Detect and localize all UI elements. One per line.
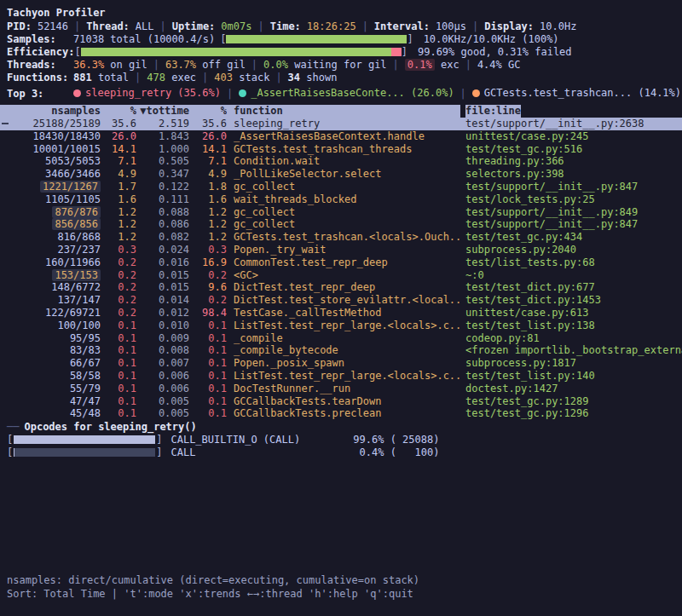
table-row[interactable]: 58/580.10.0060.1ListTest.test_repr_large…: [0, 370, 682, 383]
separator: |: [227, 88, 233, 100]
tottime-cell: 1.000: [136, 143, 189, 156]
table-row[interactable]: 122/697210.20.01298.4TestCase._callTestM…: [0, 307, 682, 320]
cumulative-pct-cell: 0.2: [189, 269, 227, 282]
tottime-cell: 0.111: [136, 193, 189, 206]
nsamples-cell: 66/67: [0, 357, 101, 370]
table-row[interactable]: 1105/11051.60.1111.6wait_threads_blocked…: [0, 193, 682, 206]
functions-stats: 881 total|478 exec|403 stack|34 shown: [73, 72, 337, 83]
file-line-cell: test/test_gc.py:1296: [460, 407, 682, 420]
table-row[interactable]: 237/2370.30.0240.3Popen._try_waitsubproc…: [0, 244, 682, 256]
opcodes-list: []CALL_BUILTIN_O (CALL)99.6% ( 25088)[]C…: [0, 433, 682, 458]
table-row[interactable]: 83/830.10.0080.1_compile_bytecode<frozen…: [0, 344, 682, 357]
function-cell: sleeping_retry: [227, 118, 460, 130]
medal-1-icon: [73, 89, 81, 97]
top3-entry: _AssertRaisesBaseConte... (26.0%): [239, 87, 454, 99]
nsamples-cell: 25188/25189: [0, 118, 101, 130]
table-row[interactable]: 45/480.10.0050.1GCCallbackTests.preclean…: [0, 407, 682, 420]
nsamples-value: 816/868: [57, 231, 101, 243]
header-function[interactable]: function: [227, 105, 460, 118]
opcode-bar-fill: [14, 435, 154, 444]
cumulative-pct-cell: 0.3: [189, 244, 227, 256]
top3-function-name: _AssertRaisesBaseConte... (26.0%): [251, 87, 454, 99]
table-row[interactable]: 816/8681.20.0821.2GCTests.test_trashcan.…: [0, 231, 682, 244]
nsamples-cell: 237/237: [0, 244, 101, 256]
direct-pct-cell: 0.1: [101, 332, 136, 345]
table-row[interactable]: 10001/1001514.11.00014.1GCTests.test_tra…: [0, 143, 682, 156]
opcode-stats: 99.6% ( 25088): [350, 434, 439, 446]
table-row[interactable]: 47/470.10.0050.1GCCallbackTests.tearDown…: [0, 395, 682, 408]
file-line-cell: test/test_list.py:138: [460, 320, 682, 332]
cumulative-pct-cell: 0.1: [189, 407, 227, 420]
table-row[interactable]: 95/950.10.0090.1_compilecodeop.py:81: [0, 332, 682, 345]
medal-3-icon: [472, 89, 480, 97]
nsamples-value: 83/83: [70, 344, 101, 356]
bracket-close: ]: [402, 46, 407, 58]
footer-legend: nsamples: direct/cumulative (direct=exec…: [7, 573, 419, 587]
bracket-close: ]: [156, 434, 162, 446]
samples-bar-fill: [226, 35, 407, 43]
table-row[interactable]: 5053/50537.10.5057.1Condition.waitthread…: [0, 155, 682, 168]
threads-line: Threads:36.3% on gil|63.7% off gil|0.0% …: [0, 58, 682, 71]
header-file-line[interactable]: file:line: [460, 105, 682, 118]
direct-pct-cell: 0.1: [101, 407, 136, 420]
bracket-open: [: [74, 46, 80, 58]
table-row[interactable]: 137/1470.20.0140.2DictTest.test_store_ev…: [0, 294, 682, 307]
separator: |: [472, 20, 478, 32]
bracket-open: [: [7, 434, 13, 446]
table-row[interactable]: 856/8561.20.0861.2gc_collecttest/support…: [0, 218, 682, 231]
tottime-cell: 0.015: [136, 269, 189, 282]
direct-pct-cell: 0.1: [101, 383, 136, 395]
table-row[interactable]: 18430/1843026.01.84326.0_AssertRaisesBas…: [0, 130, 682, 143]
stat-item: 63.7% off gil: [165, 59, 246, 71]
stat-value: 0.0%: [263, 59, 288, 71]
cumulative-pct-cell: 1.8: [189, 181, 227, 193]
nsamples-value: 47/47: [70, 395, 101, 407]
stat-value: 881: [73, 72, 92, 83]
header-tottime-sort[interactable]: ▼tottime: [136, 105, 189, 118]
top3-label: Top 3:: [7, 88, 73, 100]
function-cell: Condition.wait: [227, 155, 460, 168]
stat-item: 34 shown: [288, 72, 338, 83]
function-cell: Popen._posix_spawn: [227, 357, 460, 370]
tachyon-profiler: Tachyon Profiler PID:52146 | Thread:ALL …: [0, 0, 682, 616]
table-row[interactable]: 55/790.10.0060.1DocTestRunner.__rundocte…: [0, 383, 682, 395]
functions-label: Functions:: [7, 72, 73, 83]
function-cell: DictTest.test_store_evilattr.<local...: [227, 294, 460, 307]
file-line-cell: test/test_list.py:140: [460, 370, 682, 383]
thread-value[interactable]: ALL: [136, 20, 154, 32]
cumulative-pct-cell: 35.6: [189, 118, 227, 130]
tottime-cell: 0.005: [136, 407, 189, 420]
footer-keybindings: Sort: Total Time | 't':mode 'x':trends ←…: [7, 587, 419, 601]
header-nsamples[interactable]: nsamples: [0, 105, 101, 118]
direct-pct-cell: 14.1: [101, 143, 136, 156]
samples-line: Samples:71038 total (10000.4/s)[]10.0KHz…: [0, 32, 682, 45]
tottime-cell: 2.519: [136, 118, 189, 130]
function-cell: DocTestRunner.__run: [227, 383, 460, 395]
separator: |: [160, 20, 166, 32]
nsamples-cell: 816/868: [0, 231, 101, 244]
table-row[interactable]: 100/1000.10.0100.1ListTest.test_repr_lar…: [0, 320, 682, 332]
opcodes-rule: ──: [7, 421, 19, 433]
nsamples-value: 66/67: [70, 357, 101, 369]
separator: |: [257, 20, 263, 32]
table-row[interactable]: 153/1530.20.0150.2<GC>~:0: [0, 269, 682, 282]
table-row[interactable]: 148/67720.20.0159.6DictTest.test_repr_de…: [0, 281, 682, 294]
table-row[interactable]: 1221/12671.70.1221.8gc_collecttest/suppo…: [0, 181, 682, 193]
tottime-cell: 0.347: [136, 168, 189, 181]
header-direct-pct[interactable]: %: [101, 105, 136, 118]
table-row[interactable]: 25188/2518935.62.51935.6sleeping_retryte…: [0, 118, 682, 130]
function-cell: TestCase._callTestMethod: [227, 307, 460, 320]
file-line-cell: test/lock_tests.py:25: [460, 193, 682, 206]
tottime-cell: 0.009: [136, 332, 189, 345]
table-row[interactable]: 3466/34664.90.3474.9_PollLikeSelector.se…: [0, 168, 682, 181]
nsamples-cell: 47/47: [0, 395, 101, 408]
table-row[interactable]: 876/8761.20.0881.2gc_collecttest/support…: [0, 206, 682, 219]
separator: |: [275, 72, 281, 83]
function-cell: gc_collect: [227, 206, 460, 219]
table-row[interactable]: 160/119660.20.01616.9CommonTest.test_rep…: [0, 256, 682, 269]
pid-label: PID:: [7, 20, 32, 32]
header-cumulative-pct[interactable]: %: [189, 105, 227, 118]
nsamples-cell: 137/147: [0, 294, 101, 307]
table-row[interactable]: 66/670.10.0070.1Popen._posix_spawnsubpro…: [0, 357, 682, 370]
tottime-cell: 0.006: [136, 383, 189, 395]
